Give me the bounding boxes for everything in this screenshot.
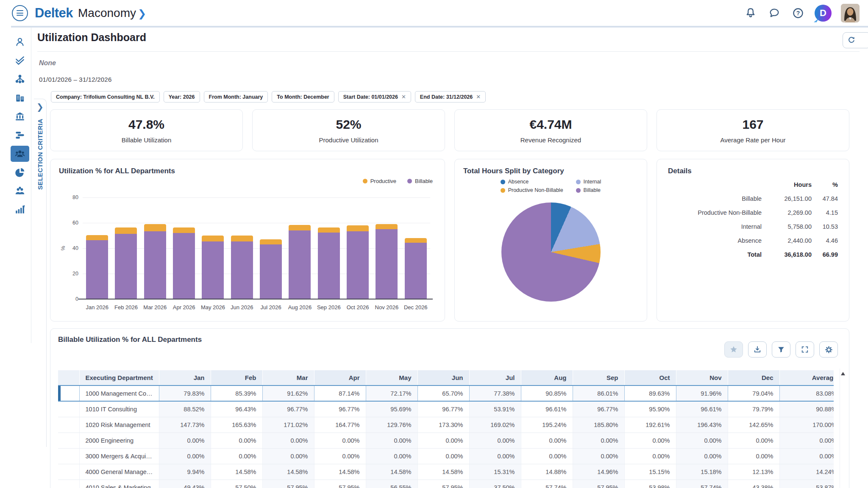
table-cell[interactable]: 0.00% <box>676 433 728 448</box>
filter-chip[interactable]: From Month: January <box>204 91 268 103</box>
fullscreen-icon[interactable] <box>796 341 814 358</box>
table-cell[interactable]: 14.58% <box>366 464 417 480</box>
department-cell[interactable]: 1020 Risk Management <box>79 417 159 433</box>
table-cell[interactable]: 0.00% <box>417 433 469 448</box>
table-cell[interactable]: 14.58% <box>211 464 262 480</box>
table-cell[interactable]: 0.00% <box>779 448 834 464</box>
row-handle-cell[interactable] <box>58 448 79 464</box>
table-cell[interactable]: 79.83% <box>159 385 211 401</box>
row-handle-cell[interactable] <box>58 464 79 480</box>
table-row[interactable]: 1010 IT Consulting88.52%96.43%96.77%96.7… <box>58 401 834 417</box>
legend-item[interactable]: Internal <box>576 179 601 185</box>
column-header[interactable]: Apr <box>314 370 366 385</box>
table-cell[interactable]: 0.00% <box>728 433 779 448</box>
user-icon[interactable] <box>11 34 29 50</box>
favorite-star-icon[interactable] <box>724 341 743 358</box>
chat-icon[interactable] <box>767 6 782 20</box>
download-icon[interactable] <box>748 341 767 358</box>
table-cell[interactable]: 57.50% <box>211 480 262 488</box>
table-cell[interactable]: 57.74% <box>676 480 728 488</box>
table-cell[interactable]: 0.00% <box>469 448 521 464</box>
table-row[interactable]: 2000 Engineering0.00%0.00%0.00%0.00%0.00… <box>58 433 834 448</box>
table-cell[interactable]: 53.91% <box>469 401 521 417</box>
department-cell[interactable]: 4000 General Manageme… <box>79 464 159 480</box>
table-row[interactable]: 1000 Management Cons…79.83%85.39%91.62%8… <box>58 385 834 401</box>
table-cell[interactable]: 0.00% <box>314 433 366 448</box>
table-cell[interactable]: 0.00% <box>521 448 573 464</box>
hierarchy-icon[interactable] <box>11 71 29 87</box>
column-header[interactable]: Sep <box>573 370 624 385</box>
column-header[interactable]: Dec <box>728 370 779 385</box>
bar-group[interactable] <box>285 197 314 299</box>
filter-chip[interactable]: Company: Trifolium Consulting NL B.V. <box>51 91 160 103</box>
settings-gear-icon[interactable] <box>819 341 838 358</box>
people-icon[interactable] <box>11 183 29 199</box>
table-cell[interactable]: 196.43% <box>676 417 728 433</box>
table-cell[interactable]: 173.30% <box>417 417 469 433</box>
filter-chip[interactable]: Start Date: 01/01/2026✕ <box>338 91 411 103</box>
bank-icon[interactable] <box>11 108 29 125</box>
table-cell[interactable]: 96.77% <box>573 401 624 417</box>
bar-group[interactable] <box>401 197 430 299</box>
table-cell[interactable]: 0.00% <box>624 433 676 448</box>
department-cell[interactable]: 4010 Sales & Marketing <box>79 480 159 488</box>
table-row[interactable]: 4010 Sales & Marketing49.43%57.50%57.95%… <box>58 480 834 488</box>
table-cell[interactable]: 96.43% <box>211 401 262 417</box>
table-cell[interactable]: 12.13% <box>728 464 779 480</box>
table-cell[interactable]: 9.94% <box>159 464 211 480</box>
table-cell[interactable]: 65.70% <box>417 385 469 401</box>
table-cell[interactable]: 14.24% <box>779 464 834 480</box>
table-cell[interactable]: 96.61% <box>521 401 573 417</box>
table-cell[interactable]: 96.61% <box>676 401 728 417</box>
tasks-doublecheck-icon[interactable] <box>11 53 29 69</box>
table-row[interactable]: 3000 Mergers & Acquisiti…0.00%0.00%0.00%… <box>58 448 834 464</box>
table-cell[interactable]: 0.00% <box>262 433 314 448</box>
table-cell[interactable]: 164.77% <box>314 417 366 433</box>
legend-item[interactable]: Productive Non-Billable <box>501 187 563 193</box>
filter-chip[interactable]: To Month: December <box>272 91 334 103</box>
table-cell[interactable]: 53.87% <box>779 480 834 488</box>
table-cell[interactable]: 165.63% <box>211 417 262 433</box>
table-cell[interactable]: 87.14% <box>314 385 366 401</box>
resources-group-icon[interactable] <box>11 146 29 162</box>
table-cell[interactable]: 195.24% <box>521 417 573 433</box>
table-cell[interactable]: 14.96% <box>573 464 624 480</box>
legend-item[interactable]: Billable <box>407 178 433 184</box>
table-cell[interactable]: 170.00% <box>779 417 834 433</box>
table-cell[interactable]: 14.58% <box>262 464 314 480</box>
table-cell[interactable]: 83.08% <box>779 385 834 401</box>
table-cell[interactable]: 53.98% <box>624 480 676 488</box>
menu-icon[interactable] <box>12 5 28 21</box>
table-cell[interactable]: 90.88% <box>779 401 834 417</box>
table-cell[interactable]: 0.00% <box>573 448 624 464</box>
table-cell[interactable]: 185.80% <box>573 417 624 433</box>
table-cell[interactable]: 79.04% <box>728 385 779 401</box>
table-cell[interactable]: 43.38% <box>728 480 779 488</box>
close-icon[interactable]: ✕ <box>401 94 406 100</box>
table-cell[interactable]: 96.77% <box>314 401 366 417</box>
table-cell[interactable]: 0.00% <box>211 433 262 448</box>
performance-chart-icon[interactable] <box>11 202 29 218</box>
table-cell[interactable]: 0.00% <box>211 448 262 464</box>
help-icon[interactable]: ? <box>791 6 805 20</box>
department-cell[interactable]: 1000 Management Cons… <box>79 385 159 401</box>
row-handle-cell[interactable] <box>58 480 79 488</box>
department-cell[interactable]: 2000 Engineering <box>79 433 159 448</box>
table-cell[interactable]: 14.58% <box>417 464 469 480</box>
table-cell[interactable]: 57.74% <box>521 480 573 488</box>
bar-group[interactable] <box>314 197 343 299</box>
table-cell[interactable]: 0.00% <box>314 448 366 464</box>
row-handle-cell[interactable] <box>58 401 79 417</box>
department-cell[interactable]: 3000 Mergers & Acquisiti… <box>79 448 159 464</box>
bar-group[interactable] <box>228 197 256 299</box>
column-header[interactable]: Mar <box>262 370 314 385</box>
table-cell[interactable]: 57.95% <box>573 480 624 488</box>
legend-item[interactable]: Absence <box>501 179 563 185</box>
table-cell[interactable]: 0.00% <box>573 433 624 448</box>
table-cell[interactable]: 57.95% <box>262 480 314 488</box>
bar-group[interactable] <box>170 197 198 299</box>
table-cell[interactable]: 77.38% <box>469 385 521 401</box>
table-cell[interactable]: 91.62% <box>262 385 314 401</box>
table-cell[interactable]: 14.88% <box>521 464 573 480</box>
bar-group[interactable] <box>83 197 111 299</box>
